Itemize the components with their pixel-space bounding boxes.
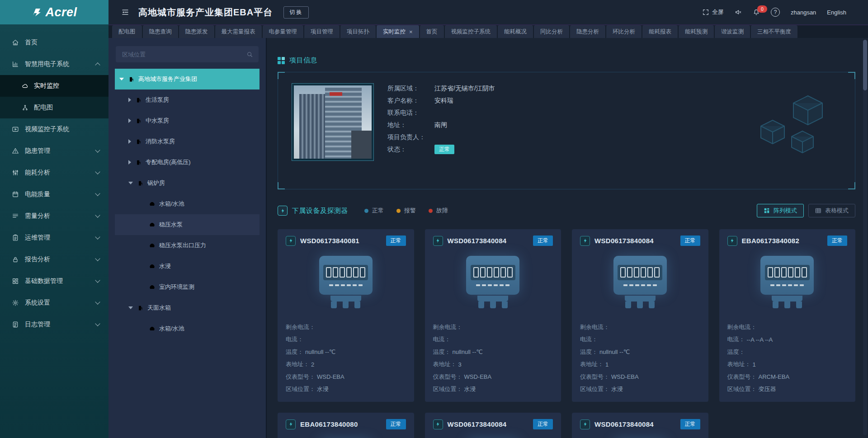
collapse-menu-icon[interactable] <box>120 8 130 16</box>
sidebar-item[interactable]: 视频监控子系统 <box>0 118 108 140</box>
grid-mode-button[interactable]: 阵列模式 <box>757 204 804 217</box>
tree-caret-icon[interactable] <box>119 78 124 80</box>
vertical-scrollbar[interactable] <box>863 40 867 435</box>
sidebar-item[interactable]: 日志管理 <box>0 314 108 335</box>
sidebar-item[interactable]: 隐患管理 <box>0 140 108 162</box>
tab[interactable]: 最大需量报表 <box>215 25 262 38</box>
tab[interactable]: 能耗概况 <box>498 25 533 38</box>
tab[interactable]: 配电图 <box>112 25 142 38</box>
field-label: 仪表型号： <box>433 373 462 381</box>
sidebar-item[interactable]: 能耗分析 <box>0 162 108 184</box>
sidebar-item[interactable]: 需量分析 <box>0 205 108 227</box>
device-status-badge: 正常 <box>533 235 553 246</box>
tree-node[interactable]: 中水泵房 <box>115 110 259 131</box>
fault-dot-icon <box>429 209 433 213</box>
field-label: 地址： <box>387 121 434 129</box>
device-field-row: 剩余电流： <box>580 321 700 334</box>
device-field-row: 表地址： 3 <box>433 358 553 371</box>
tab[interactable]: 环比分析 <box>606 25 642 38</box>
search-icon[interactable] <box>246 51 253 58</box>
device-card[interactable]: EBA06173840082 正常 <box>719 229 856 402</box>
tree-caret-icon[interactable] <box>128 118 131 123</box>
tab[interactable]: 三相不平衡度 <box>751 25 797 38</box>
tab[interactable]: 隐患查询 <box>143 25 178 38</box>
close-icon[interactable] <box>409 29 413 35</box>
sidebar-subitem[interactable]: 配电图 <box>0 97 108 118</box>
sidebar-item[interactable]: 系统设置 <box>0 292 108 314</box>
region-search-input[interactable] <box>121 51 246 58</box>
device-card[interactable]: WSD06173840084 正常 <box>572 229 708 402</box>
logo-text: Acrel <box>45 5 77 19</box>
meter-illustration <box>580 431 700 438</box>
tab[interactable]: 同比分析 <box>534 25 569 38</box>
sidebar-item[interactable]: 首页 <box>0 32 108 53</box>
chevron-icon <box>95 299 100 304</box>
speaker-muted-icon <box>735 9 742 16</box>
tab[interactable]: 能耗预测 <box>679 25 714 38</box>
device-card-header: WSD06173840081 正常 <box>286 235 406 246</box>
sidebar-item-label: 智慧用电子系统 <box>25 60 69 68</box>
tree-node[interactable]: 高地城市服务产业集团 <box>115 69 259 89</box>
device-card[interactable]: WSD06173840084 正常 <box>572 413 708 438</box>
sidebar-item[interactable]: 报告分析 <box>0 249 108 270</box>
device-card[interactable]: EBA06173840080 正常 <box>278 413 414 438</box>
tree-node[interactable]: 水箱/水池 <box>115 193 259 214</box>
tree-node[interactable]: 专配电房(高低压) <box>115 152 259 173</box>
table-mode-button[interactable]: 表格模式 <box>808 204 855 217</box>
tree-node[interactable]: 稳压水泵 <box>115 214 259 235</box>
tree-caret-icon[interactable] <box>128 182 133 184</box>
tab[interactable]: 项目拓扑 <box>340 25 376 38</box>
sidebar-item[interactable]: 基础数据管理 <box>0 270 108 292</box>
tab[interactable]: 实时监控 <box>377 25 419 38</box>
fullscreen-button[interactable]: 全屏 <box>702 8 724 16</box>
tree-caret-icon[interactable] <box>128 98 131 102</box>
tree-caret-icon[interactable] <box>128 160 131 165</box>
tree-node[interactable]: 室内环境监测 <box>115 277 259 297</box>
tree-node[interactable]: 生活泵房 <box>115 89 259 110</box>
tree-node[interactable]: 水浸 <box>115 256 259 277</box>
tree-caret-icon[interactable] <box>128 139 131 144</box>
device-card[interactable]: WSD06173840081 正常 <box>278 229 414 402</box>
tree-node[interactable]: 水箱/水池 <box>115 318 259 339</box>
field-label: 剩余电流： <box>580 323 609 331</box>
sidebar-subitem[interactable]: 实时监控 <box>0 75 108 97</box>
project-photo <box>292 83 374 161</box>
project-field-row: 联系电话： <box>387 107 495 119</box>
tab[interactable]: 能耗报表 <box>642 25 678 38</box>
scrollbar-thumb[interactable] <box>863 40 867 90</box>
switch-project-button[interactable]: 切换 <box>283 6 309 19</box>
username[interactable]: zhangsan <box>791 9 816 16</box>
tab[interactable]: 项目管理 <box>304 25 340 38</box>
tab[interactable]: 隐患分析 <box>570 25 605 38</box>
device-status-badge: 正常 <box>386 419 406 429</box>
sidebar-item[interactable]: 智慧用电子系统 <box>0 53 108 75</box>
tree-caret-icon[interactable] <box>128 306 133 309</box>
sidebar-item[interactable]: 运维管理 <box>0 227 108 249</box>
tab[interactable]: 首页 <box>420 25 444 38</box>
tab-label: 配电图 <box>118 28 136 36</box>
tab[interactable]: 谐波监测 <box>715 25 750 38</box>
chevron-icon <box>95 278 100 283</box>
chevron-icon <box>95 234 100 239</box>
language-switcher[interactable]: English <box>827 9 846 16</box>
tree-node[interactable]: 锅炉房 <box>115 173 259 193</box>
table-mode-icon <box>815 207 821 214</box>
mute-button[interactable] <box>735 9 742 16</box>
sidebar-item[interactable]: 电能质量 <box>0 184 108 205</box>
tree-node[interactable]: 消防水泵房 <box>115 131 259 152</box>
tab[interactable]: 隐患派发 <box>179 25 214 38</box>
notifications-button[interactable]: 0 <box>753 9 760 16</box>
building-icon <box>135 97 142 104</box>
tree-node[interactable]: 稳压水泵出口压力 <box>115 235 259 256</box>
sidebar-item-label: 电能质量 <box>25 190 50 198</box>
device-card[interactable]: WSD06173840084 正常 <box>425 413 561 438</box>
tab[interactable]: 电参量管理 <box>263 25 304 38</box>
device-card-header: WSD06173840084 正常 <box>580 235 700 246</box>
device-status-badge: 正常 <box>680 419 700 429</box>
tab[interactable]: 视频监控子系统 <box>445 25 497 38</box>
device-field-row: 区域位置： 水浸 <box>433 383 553 396</box>
gauge-icon <box>149 201 156 207</box>
help-icon[interactable] <box>771 8 780 17</box>
device-card[interactable]: WSD06173840084 正常 <box>425 229 561 402</box>
tree-node[interactable]: 天面水箱 <box>115 297 259 318</box>
